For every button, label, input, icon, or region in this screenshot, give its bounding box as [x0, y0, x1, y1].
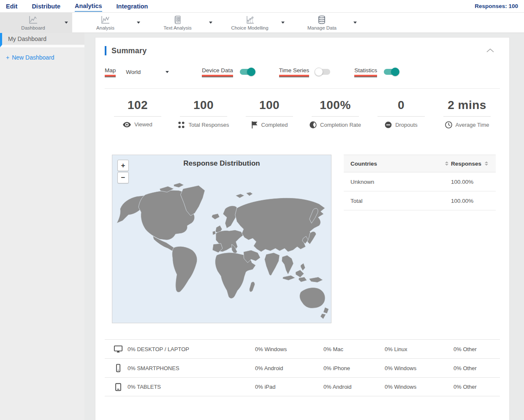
top-nav: Edit Distribute Analytics Integration Re…	[0, 0, 524, 13]
chevron-down-icon[interactable]	[137, 22, 140, 24]
column-header-responses: Responses	[451, 161, 481, 167]
new-dashboard-button[interactable]: +New Dashboard	[6, 54, 84, 61]
line-chart-icon	[100, 15, 110, 25]
chevron-down-icon[interactable]	[281, 22, 285, 24]
table-row: Unknown 100.00%	[344, 172, 496, 191]
map-zoom-in-button[interactable]: +	[117, 160, 129, 171]
nav-edit[interactable]: Edit	[6, 1, 17, 11]
section-title: Summary	[111, 46, 147, 55]
world-map[interactable]	[112, 172, 331, 320]
nav-integration[interactable]: Integration	[117, 1, 148, 11]
statistics-toggle[interactable]	[383, 68, 399, 76]
time-series-label: Time Series	[279, 67, 310, 76]
stat-completed: 100 Completed	[236, 98, 302, 128]
sort-icon[interactable]	[485, 161, 488, 166]
stat-dropouts: 0 Dropouts	[368, 98, 434, 128]
flag-icon	[251, 121, 258, 128]
sidebar-item-my-dashboard[interactable]: My Dashboard	[0, 33, 84, 47]
chevron-down-icon[interactable]	[353, 22, 357, 24]
device-data-label: Device Data	[202, 67, 233, 76]
device-data-toggle[interactable]	[239, 68, 255, 76]
table-row-desktop: 0% DESKTOP / LAPTOP 0% Windows 0% Mac 0%…	[105, 339, 500, 358]
toolbar-dashboard-button[interactable]: Dashboard	[0, 13, 72, 33]
toolbar-manage-data-button[interactable]: Manage Data	[289, 13, 361, 33]
chevron-down-icon[interactable]	[209, 22, 212, 24]
summary-controls: Map World Device Data Time Series Statis…	[105, 67, 500, 77]
scatter-chart-icon	[245, 15, 255, 25]
device-data-table: 0% DESKTOP / LAPTOP 0% Windows 0% Mac 0%…	[105, 339, 500, 396]
toolbar-choice-modelling-button[interactable]: Choice Modelling	[217, 13, 289, 33]
nav-analytics[interactable]: Analytics	[75, 1, 102, 12]
dots-grid-icon	[178, 121, 185, 128]
plus-icon: +	[6, 54, 9, 61]
stat-average-time: 2 mins Average Time	[434, 98, 500, 128]
clock-icon	[445, 121, 452, 128]
half-circle-icon	[310, 121, 317, 128]
map-label: Map	[105, 67, 116, 76]
responses-count-badge: Responses: 100	[475, 3, 518, 9]
sort-icon[interactable]	[445, 161, 448, 166]
countries-table-header: Countries Responses	[344, 155, 496, 172]
chevron-down-icon[interactable]	[65, 22, 68, 24]
nav-distribute[interactable]: Distribute	[32, 1, 60, 11]
database-icon	[317, 15, 327, 25]
accent-bar	[105, 46, 106, 55]
response-distribution-map[interactable]: Response Distribution	[112, 155, 331, 323]
table-row-smartphones: 0% SMARTPHONES 0% Android 0% iPhone 0% W…	[105, 358, 500, 377]
document-grid-icon	[172, 15, 182, 25]
toolbar-text-analysis-button[interactable]: Text Analysis	[144, 13, 217, 33]
time-series-toggle[interactable]	[315, 68, 331, 76]
stat-completion-rate: 100% Completion Rate	[302, 98, 368, 128]
smartphone-icon	[113, 363, 123, 373]
map-zoom-out-button[interactable]: −	[117, 172, 129, 183]
dashboard-sidebar: My Dashboard +New Dashboard	[0, 33, 84, 420]
divider	[105, 88, 500, 89]
stat-total-responses: 100 Total Responses	[171, 98, 236, 128]
eye-icon	[123, 122, 131, 128]
map-region-select[interactable]: World	[126, 69, 169, 75]
desktop-icon	[113, 344, 123, 354]
tablet-icon	[113, 382, 123, 392]
summary-panel: Summary Map World Device Data Time Serie…	[95, 37, 510, 420]
map-title: Response Distribution	[112, 159, 331, 168]
line-chart-icon	[28, 15, 38, 25]
table-row-tablets: 0% TABLETS 0% iPad 0% Android 0% Windows…	[105, 377, 500, 396]
minus-circle-icon	[385, 121, 392, 128]
stats-row: 102 Viewed 100 Total Responses 100	[105, 98, 500, 128]
column-header-countries: Countries	[350, 161, 377, 167]
table-row: Total 100.00%	[344, 191, 496, 210]
countries-table: Countries Responses Unknown 100.00% Tota…	[344, 155, 496, 323]
collapse-section-button[interactable]	[486, 47, 495, 55]
analytics-toolbar: Dashboard Analysis Text Analysis	[0, 13, 524, 33]
chevron-down-icon	[166, 71, 169, 73]
toolbar-analysis-button[interactable]: Analysis	[72, 13, 144, 33]
statistics-label: Statistics	[354, 67, 377, 76]
stat-viewed: 102 Viewed	[105, 98, 171, 128]
